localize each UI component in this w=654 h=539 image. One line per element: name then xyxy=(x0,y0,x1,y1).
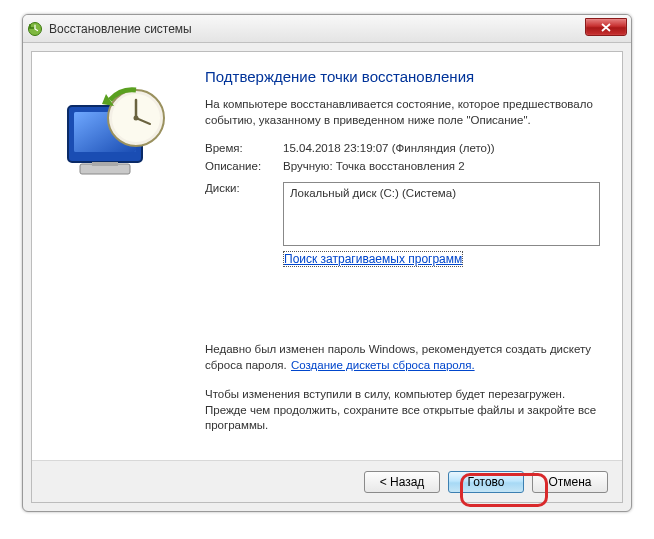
client-area: Подтверждение точки восстановления На ко… xyxy=(31,51,623,503)
disks-label: Диски: xyxy=(205,182,283,246)
app-icon xyxy=(27,21,43,37)
svg-point-10 xyxy=(134,116,139,121)
svg-rect-5 xyxy=(92,162,118,166)
wizard-image-column xyxy=(50,64,205,460)
system-restore-icon xyxy=(50,76,170,186)
description-label: Описание: xyxy=(205,160,283,172)
close-button[interactable] xyxy=(585,18,627,36)
cancel-button[interactable]: Отмена xyxy=(532,471,608,493)
finish-button[interactable]: Готово xyxy=(448,471,524,493)
description-value: Вручную: Точка восстановления 2 xyxy=(283,160,604,172)
disks-list[interactable]: Локальный диск (C:) (Система) xyxy=(283,182,600,246)
restart-note: Чтобы изменения вступили в силу, компьют… xyxy=(205,387,604,434)
scan-link-row: Поиск затрагиваемых программ xyxy=(283,252,604,266)
window-frame: Восстановление системы xyxy=(22,14,632,512)
close-icon xyxy=(601,23,611,32)
intro-text: На компьютере восстанавливается состояни… xyxy=(205,97,604,128)
time-value: 15.04.2018 23:19:07 (Финляндия (лето)) xyxy=(283,142,604,154)
page-heading: Подтверждение точки восстановления xyxy=(205,68,604,85)
disks-row: Диски: Локальный диск (C:) (Система) xyxy=(205,182,604,246)
time-label: Время: xyxy=(205,142,283,154)
disks-value: Локальный диск (C:) (Система) xyxy=(290,187,456,199)
password-note: Недавно был изменен пароль Windows, реко… xyxy=(205,342,604,373)
main-column: Подтверждение точки восстановления На ко… xyxy=(205,64,604,460)
wizard-footer: < Назад Готово Отмена xyxy=(32,460,622,502)
content-area: Подтверждение точки восстановления На ко… xyxy=(32,52,622,460)
back-button[interactable]: < Назад xyxy=(364,471,440,493)
description-row: Описание: Вручную: Точка восстановления … xyxy=(205,160,604,172)
window-title: Восстановление системы xyxy=(49,22,192,36)
time-row: Время: 15.04.2018 23:19:07 (Финляндия (л… xyxy=(205,142,604,154)
titlebar[interactable]: Восстановление системы xyxy=(23,15,631,43)
lower-text-block: Недавно был изменен пароль Windows, реко… xyxy=(205,342,604,434)
password-reset-link[interactable]: Создание дискеты сброса пароля. xyxy=(290,358,476,372)
scan-affected-programs-link[interactable]: Поиск затрагиваемых программ xyxy=(283,251,463,267)
